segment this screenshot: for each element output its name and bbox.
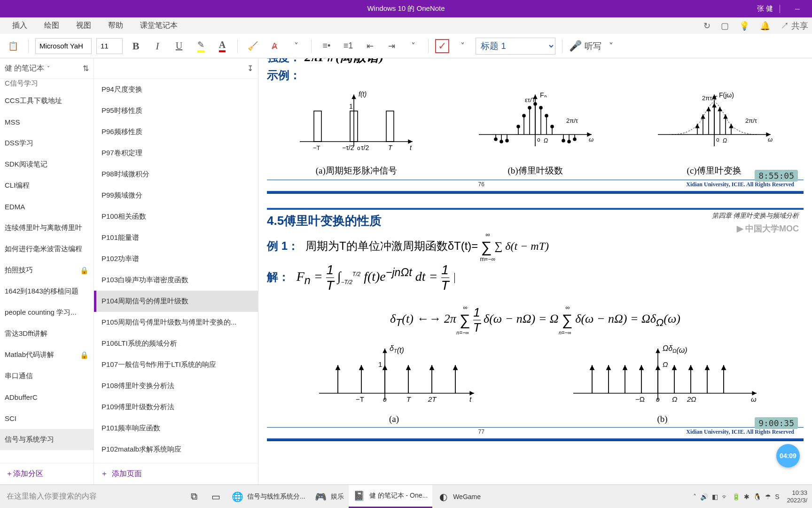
minimize-button[interactable]: ─ (787, 0, 808, 17)
more-para-button[interactable]: ˅ (405, 38, 422, 55)
svg-text:f(t): f(t) (359, 90, 367, 98)
page-item[interactable]: P100相关函数 (94, 206, 258, 227)
more-format-button[interactable]: ˅ (288, 38, 304, 55)
page-item[interactable]: P106LTI系统的频域分析 (94, 333, 258, 354)
clear-format-button[interactable]: 🧹 (244, 38, 261, 55)
tray-icon[interactable]: S (775, 493, 779, 500)
todo-tag-button[interactable]: ✓ (435, 39, 449, 53)
menu-help[interactable]: 帮助 (100, 17, 132, 34)
font-color-button[interactable]: A (214, 38, 231, 55)
add-section-button[interactable]: ＋ 添加分区 (0, 463, 94, 484)
svg-text:Ω: Ω (663, 360, 668, 368)
taskbar-clock[interactable]: 10:33 2022/3/ (787, 489, 807, 504)
page-item[interactable]: P94尺度变换 (94, 79, 258, 100)
bell-icon[interactable]: 🔔 (760, 21, 770, 31)
section-item[interactable]: CLI编程 (0, 175, 94, 196)
page-item[interactable]: P107一般信号ft作用于LTI系统的响应 (94, 354, 258, 375)
taskbar-app[interactable]: ◐WeGame (432, 485, 485, 508)
tray-icon[interactable]: ᯤ (722, 493, 728, 500)
section-item[interactable]: SDK阅读笔记 (0, 154, 94, 175)
taskbar-app[interactable]: 📓健 的笔记本 - One... (349, 485, 432, 508)
section-item[interactable]: 串口通信 (0, 365, 94, 387)
tray-icon[interactable]: 🔊 (700, 493, 708, 500)
underline-button[interactable]: U (171, 38, 187, 55)
page-item[interactable]: P96频移性质 (94, 121, 258, 143)
svg-text:t: t (410, 144, 412, 151)
dictate-button[interactable]: 🎤 听写 ˅ (569, 40, 613, 52)
section-item[interactable]: DSS学习 (0, 133, 94, 154)
page-item[interactable]: P101能量谱 (94, 227, 258, 248)
section-item[interactable]: 信号与系统学习 (0, 429, 94, 450)
indent-button[interactable]: ⇥ (383, 38, 400, 55)
tray-icon[interactable]: ˄ (693, 493, 696, 500)
page-item[interactable]: P103白噪声功率谱密度函数 (94, 270, 258, 291)
page-item[interactable]: P102功率谱 (94, 248, 258, 270)
highlight-button[interactable]: ✎ (192, 38, 209, 55)
taskview-button[interactable]: ⧉ (183, 485, 205, 508)
impulse-graph-b: ΩδΩ(ω) Ω (564, 341, 761, 412)
section-item[interactable]: ADbufferC (0, 387, 94, 408)
svg-point-31 (506, 139, 508, 142)
style-select[interactable]: 标题 1 (476, 38, 555, 55)
menu-view[interactable]: 视图 (68, 17, 100, 34)
tray-icon[interactable]: 🐧 (753, 493, 761, 500)
sort-pages-icon[interactable]: ↧ (247, 64, 253, 73)
taskbar-app[interactable]: ▭ (205, 485, 226, 508)
add-page-button[interactable]: ＋添加页面 (94, 463, 258, 484)
section-item[interactable]: 雷达3Dfft讲解 (0, 323, 94, 344)
tray-icon[interactable]: 🔋 (732, 493, 740, 500)
italic-button[interactable]: I (149, 38, 166, 55)
section-item[interactable]: 如何进行毫米波雷达编程 (0, 238, 94, 260)
fullscreen-icon[interactable]: ▢ (721, 21, 729, 31)
user-name[interactable]: 张 健 (757, 4, 773, 13)
tray-icon[interactable]: ✱ (744, 493, 750, 500)
section-item[interactable]: EDMA (0, 196, 94, 217)
clipboard-button[interactable]: 📋 (5, 38, 22, 55)
page-item[interactable]: P104周期信号的傅里叶级数 (94, 291, 258, 312)
page-item[interactable]: P98时域微积分 (94, 164, 258, 185)
taskbar-search[interactable]: 在这里输入你要搜索的内容 (0, 485, 183, 508)
page-item[interactable]: P101频率响应函数 (94, 418, 258, 439)
system-tray[interactable]: ˄🔊◧ᯤ🔋✱🐧☂S 10:33 2022/3/ (687, 489, 812, 504)
number-list-button[interactable]: ≡1 (340, 38, 357, 55)
bullet-list-button[interactable]: ≡• (318, 38, 335, 55)
taskbar-app[interactable]: 🌐信号与线性系统分... (226, 485, 310, 508)
section-item[interactable]: SCI (0, 408, 94, 429)
section-item[interactable]: CCS工具下载地址 (0, 90, 94, 111)
page-item[interactable]: P102matalb求解系统响应 (94, 439, 258, 460)
page-item[interactable]: P108傅里叶变换分析法 (94, 375, 258, 397)
tray-icon[interactable]: ☂ (765, 493, 771, 500)
section-item[interactable]: 拍照技巧🔒 (0, 260, 94, 281)
share-button[interactable]: ↗ 共享 (781, 20, 808, 32)
sort-icon[interactable]: ⇅ (83, 64, 89, 73)
sync-icon[interactable]: ↻ (703, 21, 710, 31)
svg-text:2T: 2T (428, 395, 437, 403)
menu-draw[interactable]: 绘图 (36, 17, 68, 34)
page-item[interactable]: P105周期信号傅里叶级数与傅里叶变换的... (94, 312, 258, 333)
section-item[interactable]: 1642到1843的移植问题 (0, 281, 94, 302)
font-size-input[interactable] (96, 38, 123, 54)
page-item[interactable]: P109傅里叶级数分析法 (94, 397, 258, 418)
outdent-button[interactable]: ⇤ (361, 38, 378, 55)
page-item[interactable]: P99频域微分 (94, 185, 258, 206)
menu-classnotebook[interactable]: 课堂笔记本 (132, 17, 186, 34)
page-item[interactable]: P95时移性质 (94, 100, 258, 121)
section-item[interactable]: C信号学习 (0, 79, 94, 90)
chevron-down-icon: ˅ (47, 65, 50, 72)
format-painter-button[interactable]: A̷ (266, 38, 283, 55)
section-item[interactable]: MSS (0, 111, 94, 133)
menu-insert[interactable]: 插入 (4, 17, 36, 34)
taskbar-app[interactable]: 🎮娱乐 (310, 485, 349, 508)
section-item[interactable]: 连续傅里叶与离散傅里叶 (0, 217, 94, 238)
floating-timer[interactable]: 04:09 (776, 444, 800, 468)
bold-button[interactable]: B (127, 38, 144, 55)
page-item[interactable]: P97卷积定理 (94, 143, 258, 164)
notebook-selector[interactable]: 健 的笔记本 ˅ ⇅ (0, 58, 94, 79)
note-canvas[interactable]: 强度： 2πFₙ (离散谱) 示例： f(t) 1 (258, 58, 812, 484)
section-item[interactable]: Matlab代码讲解🔒 (0, 344, 94, 365)
lightbulb-icon[interactable]: 💡 (739, 21, 750, 31)
tag-dropdown[interactable]: ˅ (454, 38, 471, 55)
section-item[interactable]: people counting 学习... (0, 302, 94, 323)
tray-icon[interactable]: ◧ (712, 493, 718, 500)
font-family-input[interactable] (35, 38, 92, 54)
